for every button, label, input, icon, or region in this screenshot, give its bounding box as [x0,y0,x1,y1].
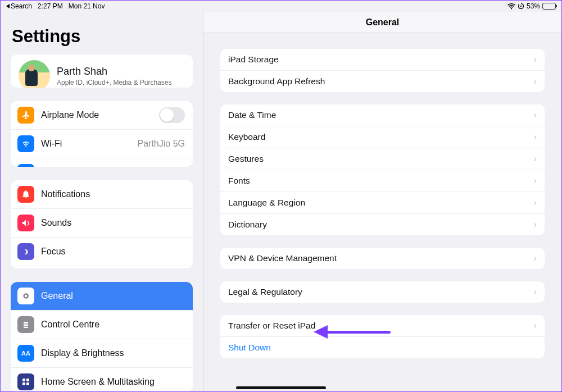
detail-title: General [366,17,400,28]
row-transfer-reset[interactable]: Transfer or Reset iPad› [220,315,545,336]
input-group: Date & Time› Keyboard› Gestures› Fonts› … [220,104,545,235]
home-screen-icon [17,373,34,390]
system-group: General Control Centre AA Display & Brig… [11,282,193,392]
row-ipad-storage[interactable]: iPad Storage› [220,49,545,70]
status-date: Mon 21 Nov [69,2,105,10]
notifications-icon [17,186,34,203]
svg-rect-3 [22,382,25,385]
sidebar-item-home[interactable]: Home Screen & Multitasking [11,367,193,392]
row-fonts[interactable]: Fonts› [220,170,545,192]
chevron-right-icon: › [534,287,537,297]
page-title: Settings [12,26,193,47]
row-legal[interactable]: Legal & Regulatory› [220,281,545,303]
sidebar-item-display[interactable]: AA Display & Brightness [11,339,193,367]
row-background-refresh[interactable]: Background App Refresh› [220,70,545,92]
display-label: Display & Brightness [41,348,124,358]
sidebar-item-screentime[interactable]: Screen Time [11,266,193,268]
sidebar-item-wifi[interactable]: Wi-Fi ParthJio 5G [11,129,193,158]
control-label: Control Centre [41,320,99,330]
row-shutdown[interactable]: Shut Down [220,336,545,358]
svg-rect-2 [26,379,29,381]
control-centre-icon [17,316,34,333]
vpn-group: VPN & Device Management› [220,248,545,269]
status-bar: Search 2:27 PM Mon 21 Nov 53% [1,1,561,12]
status-time: 2:27 PM [38,2,63,10]
chevron-right-icon: › [534,110,537,120]
chevron-left-icon [6,4,10,8]
home-label: Home Screen & Multitasking [41,377,155,387]
sidebar-item-airplane[interactable]: Airplane Mode [11,101,193,129]
profile-sub: Apple ID, iCloud+, Media & Purchases [57,79,171,86]
general-label: General [41,291,73,301]
battery-icon [542,3,556,10]
detail-header: General [203,12,561,33]
storage-group: iPad Storage› Background App Refresh› [220,49,545,92]
focus-label: Focus [41,247,66,257]
wifi-value: ParthJio 5G [138,139,185,149]
attention-group: Notifications Sounds Focus Screen Time [11,180,193,268]
focus-icon [17,243,34,260]
profile-name: Parth Shah [57,66,171,78]
detail-pane: General iPad Storage› Background App Ref… [203,12,561,392]
profile-card[interactable]: Parth Shah Apple ID, iCloud+, Media & Pu… [11,54,193,88]
legal-group: Legal & Regulatory› [220,281,545,303]
back-to-search[interactable]: Search [6,2,32,10]
sounds-icon [17,215,34,231]
chevron-right-icon: › [534,198,537,208]
connectivity-group: Airplane Mode Wi-Fi ParthJio 5G Bluetoot… [11,101,193,167]
svg-point-0 [520,6,522,7]
row-vpn[interactable]: VPN & Device Management› [220,248,545,269]
sounds-label: Sounds [41,218,71,228]
svg-rect-1 [22,379,25,381]
gear-icon [17,288,34,304]
bluetooth-icon [17,164,34,167]
airplane-icon [17,107,34,124]
sidebar-item-general[interactable]: General [11,282,193,310]
svg-rect-4 [26,382,29,385]
sidebar-item-control-centre[interactable]: Control Centre [11,310,193,339]
wifi-icon [507,3,515,10]
row-keyboard[interactable]: Keyboard› [220,126,545,148]
avatar [19,60,50,88]
back-label: Search [11,2,32,10]
home-indicator[interactable] [236,386,326,389]
chevron-right-icon: › [534,253,537,263]
sidebar-item-sounds[interactable]: Sounds [11,208,193,237]
chevron-right-icon: › [534,54,537,65]
wifi-label: Wi-Fi [41,139,62,149]
settings-sidebar: Settings Parth Shah Apple ID, iCloud+, M… [1,12,203,392]
sidebar-item-bluetooth[interactable]: Bluetooth On [11,158,193,167]
chevron-right-icon: › [534,76,537,86]
sidebar-item-notifications[interactable]: Notifications [11,180,193,208]
chevron-right-icon: › [534,132,537,142]
row-language-region[interactable]: Language & Region› [220,192,545,213]
rotation-lock-icon [518,3,524,10]
notifications-label: Notifications [41,189,90,199]
chevron-right-icon: › [534,176,537,186]
chevron-right-icon: › [534,220,537,230]
row-gestures[interactable]: Gestures› [220,148,545,170]
row-dictionary[interactable]: Dictionary› [220,213,545,235]
row-date-time[interactable]: Date & Time› [220,104,545,126]
airplane-label: Airplane Mode [41,110,99,120]
airplane-toggle[interactable] [159,107,185,123]
chevron-right-icon: › [534,154,537,164]
reset-group: Transfer or Reset iPad› Shut Down [220,315,545,358]
wifi-icon [17,135,34,152]
battery-pct: 53% [527,2,540,10]
sidebar-item-focus[interactable]: Focus [11,237,193,266]
chevron-right-icon: › [534,321,537,331]
display-icon: AA [17,345,34,362]
